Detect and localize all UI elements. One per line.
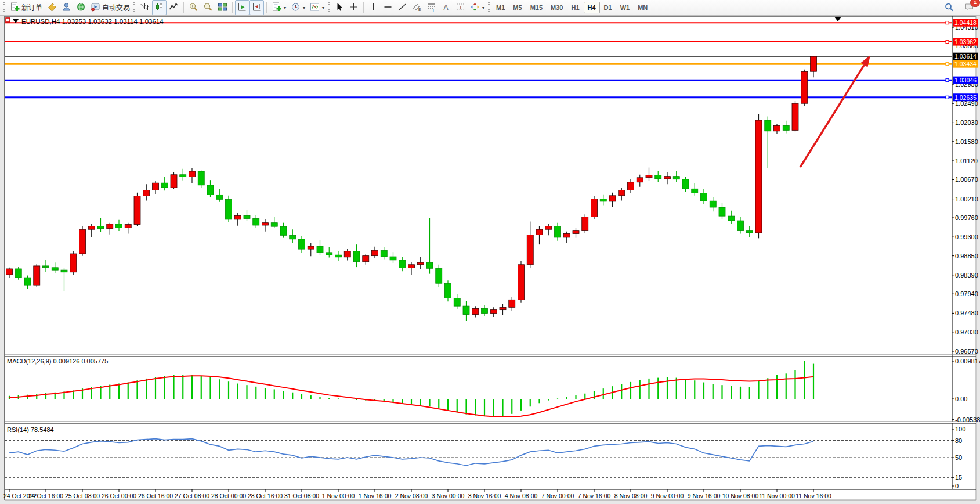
time-tick-label: 1 Nov 00:00 xyxy=(322,492,355,499)
new-order-button[interactable]: 新订单 xyxy=(8,0,45,15)
vline-icon xyxy=(368,2,378,13)
toolbar-drag-handle[interactable] xyxy=(328,2,330,13)
candle-body xyxy=(153,183,159,190)
timeframe-m15-button[interactable]: M15 xyxy=(526,2,547,13)
search-button[interactable] xyxy=(942,0,956,15)
candle-body xyxy=(463,306,469,314)
cursor-button[interactable] xyxy=(332,0,346,15)
candle-body xyxy=(134,196,140,225)
time-tick-label: 28 Oct 16:00 xyxy=(248,492,283,499)
time-tick-label: 26 Oct 16:00 xyxy=(138,492,173,499)
hline-handle[interactable] xyxy=(946,63,949,66)
hline-handle[interactable] xyxy=(946,21,949,24)
autotrading-button[interactable]: 自动交易 xyxy=(88,0,132,15)
period-button[interactable]: ▾ xyxy=(288,0,308,15)
candle-body xyxy=(335,255,342,257)
market-watch-button[interactable] xyxy=(45,0,59,15)
autotrading-button-label: 自动交易 xyxy=(102,3,130,13)
text-button[interactable]: A xyxy=(439,0,453,15)
candle-body xyxy=(88,226,95,229)
chart-background xyxy=(0,16,980,504)
timeframe-m1-button[interactable]: M1 xyxy=(492,2,509,13)
chart-window-icon xyxy=(6,18,10,22)
timeframe-mn-button[interactable]: MN xyxy=(634,2,652,13)
arrows-icon xyxy=(470,2,480,13)
toolbar-separator xyxy=(183,2,184,13)
candle-body xyxy=(198,171,204,185)
chart-shift-button[interactable] xyxy=(249,0,264,15)
candle-body xyxy=(609,196,616,201)
line-chart-button[interactable] xyxy=(167,0,181,15)
fibonacci-button[interactable]: F xyxy=(424,0,439,15)
candle-body xyxy=(43,266,49,268)
price-tick-label: 0.98390 xyxy=(955,272,978,279)
chart-window[interactable]: 1.043101.038601.029501.024901.020301.015… xyxy=(0,16,980,504)
candle-body xyxy=(253,218,259,225)
toolbar-drag-handle[interactable] xyxy=(3,2,5,13)
horizontal-line-button[interactable] xyxy=(381,0,395,15)
chevron-down-icon[interactable]: ▾ xyxy=(482,5,484,10)
auto-scroll-button[interactable] xyxy=(235,0,249,15)
candle-body xyxy=(673,177,679,179)
candle-body xyxy=(326,253,332,255)
timeframe-w1-button[interactable]: W1 xyxy=(616,2,634,13)
candle-body xyxy=(308,246,314,249)
hline-handle[interactable] xyxy=(946,41,949,44)
timeframe-m30-button[interactable]: M30 xyxy=(547,2,567,13)
time-tick-label: 31 Oct 08:00 xyxy=(284,492,319,499)
candle-body xyxy=(207,185,214,195)
zoom-in-button[interactable] xyxy=(186,0,201,15)
candle-body xyxy=(755,120,762,233)
timeframe-h1-button[interactable]: H1 xyxy=(567,2,583,13)
candle-body xyxy=(226,199,232,219)
indicators-button[interactable]: ▾ xyxy=(308,0,327,15)
candle-body xyxy=(664,177,671,179)
timeframe-d1-button[interactable]: D1 xyxy=(600,2,616,13)
hline-handle[interactable] xyxy=(946,96,949,99)
timeframe-h4-button[interactable]: H4 xyxy=(584,2,600,13)
rsi-label: RSI(14) 78.5484 xyxy=(7,426,54,433)
equidistant-channel-button[interactable]: E xyxy=(410,0,424,15)
candle-body xyxy=(344,251,350,257)
chevron-down-icon[interactable]: ▾ xyxy=(284,5,286,10)
candle-body xyxy=(737,221,744,231)
text-label-button[interactable]: T xyxy=(453,0,468,15)
time-tick-label: 2 Nov 08:00 xyxy=(395,492,428,499)
candle-body xyxy=(490,310,497,314)
candle-body xyxy=(381,250,387,257)
crosshair-button[interactable] xyxy=(346,0,361,15)
timeframe-m5-button[interactable]: M5 xyxy=(509,2,526,13)
candle-body xyxy=(171,175,177,188)
candle-body xyxy=(509,300,515,307)
candle-body xyxy=(637,178,643,182)
tile-windows-button[interactable] xyxy=(215,0,230,15)
notification-badge: 1 xyxy=(970,0,980,7)
candle-body xyxy=(24,278,31,285)
candle-body xyxy=(390,257,396,260)
arrows-button[interactable]: ▾ xyxy=(468,0,487,15)
candle-body xyxy=(710,201,716,207)
mql5-button[interactable] xyxy=(74,0,88,15)
vertical-line-button[interactable] xyxy=(366,0,381,15)
toolbar-drag-handle[interactable] xyxy=(133,2,135,13)
price-chart-canvas[interactable]: 1.043101.038601.029501.024901.020301.015… xyxy=(0,16,980,504)
community-button[interactable] xyxy=(59,0,74,15)
person-icon xyxy=(62,2,71,13)
toolbar-drag-handle[interactable] xyxy=(488,2,490,13)
chevron-down-icon[interactable]: ▾ xyxy=(322,5,324,10)
tile-windows-icon xyxy=(218,2,227,13)
candle-body xyxy=(774,125,780,131)
chevron-down-icon[interactable]: ▾ xyxy=(303,5,305,10)
candle-body xyxy=(436,268,442,283)
rsi-tick-label: 0 xyxy=(955,483,959,489)
candle-body xyxy=(472,308,479,314)
candle-body xyxy=(500,307,506,309)
new-chart-button[interactable]: ▾ xyxy=(269,0,288,15)
hline-handle[interactable] xyxy=(946,79,949,82)
trendline-button[interactable] xyxy=(395,0,410,15)
bar-chart-button[interactable] xyxy=(138,0,152,15)
zoom-out-button[interactable] xyxy=(201,0,215,15)
notifications-button[interactable]: 1 xyxy=(962,0,977,15)
candlestick-chart-button[interactable] xyxy=(152,0,167,15)
candle-body xyxy=(518,265,525,300)
